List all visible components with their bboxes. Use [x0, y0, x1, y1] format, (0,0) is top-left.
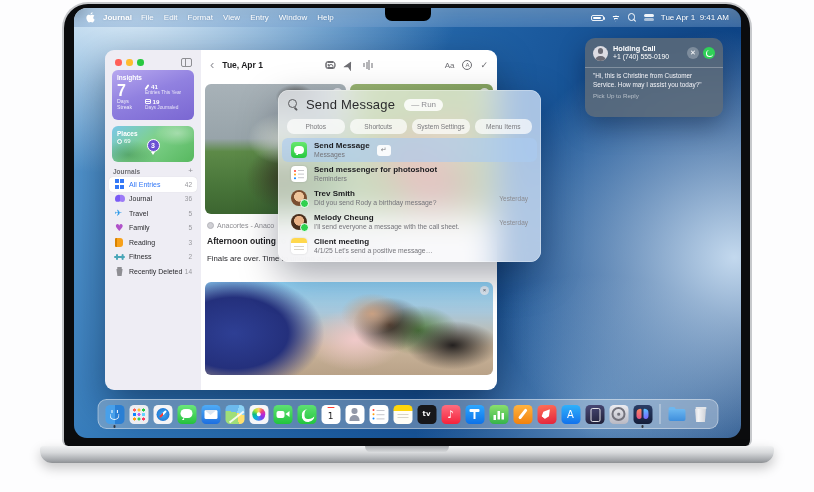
- dock-app[interactable]: [489, 405, 508, 424]
- spotlight-result[interactable]: Trev Smith Did you send Rody a birthday …: [282, 186, 537, 210]
- menu-item[interactable]: Format: [188, 13, 213, 22]
- sidebar-journal-item[interactable]: All Entries 42: [109, 177, 197, 192]
- dock-app[interactable]: [297, 405, 316, 424]
- text-format-button[interactable]: Aa: [445, 61, 455, 70]
- dock-app-glyph: tv: [417, 405, 436, 424]
- audio-record-icon[interactable]: [363, 60, 374, 71]
- dock-app[interactable]: ♪: [441, 405, 460, 424]
- call-notification[interactable]: Holding Call +1 (740) 555-0190 ✕ "Hi, th…: [585, 38, 723, 117]
- menu-list: FileEditFormatViewEntryWindowHelp: [141, 13, 334, 22]
- minimize-window-button[interactable]: [126, 59, 133, 66]
- menu-bar-clock[interactable]: Tue Apr 1 9:41 AM: [661, 13, 729, 22]
- dock-app[interactable]: 1: [321, 405, 340, 424]
- dock-app[interactable]: [393, 405, 412, 424]
- dock-app-glyph: [345, 405, 364, 424]
- dock-app[interactable]: [225, 405, 244, 424]
- camera-icon[interactable]: [325, 60, 336, 71]
- entry-photo-selfie[interactable]: ×: [205, 282, 493, 375]
- entries-label: Entries This Year: [145, 90, 189, 95]
- dock-app[interactable]: [659, 404, 660, 424]
- wifi-icon[interactable]: [611, 14, 621, 22]
- accept-call-button[interactable]: [703, 47, 715, 59]
- sidebar-journal-item[interactable]: Journal 36: [109, 192, 197, 207]
- sidebar-journal-item[interactable]: Recently Deleted 14: [109, 264, 197, 279]
- circle-a-icon[interactable]: A: [462, 60, 472, 70]
- menu-item[interactable]: Help: [317, 13, 333, 22]
- sidebar-journal-item[interactable]: Reading 3: [109, 235, 197, 250]
- dock-app[interactable]: [105, 405, 124, 424]
- dock-app[interactable]: [691, 405, 710, 424]
- result-title: Trev Smith: [314, 189, 436, 199]
- journal-item-icon: [114, 208, 125, 219]
- spotlight-result[interactable]: Send messenger for photoshoot Reminders: [282, 162, 537, 186]
- dock-app[interactable]: [513, 405, 532, 424]
- menu-item[interactable]: Entry: [250, 13, 269, 22]
- menu-item[interactable]: File: [141, 13, 154, 22]
- filter-chip[interactable]: Menu Items: [475, 119, 533, 134]
- dock-app[interactable]: [153, 405, 172, 424]
- insights-card[interactable]: Insights 7 Days Streak 41 Entries This Y…: [112, 70, 194, 120]
- dock-app-glyph: [297, 405, 316, 424]
- dock-app[interactable]: [585, 405, 604, 424]
- sidebar-toggle-icon[interactable]: [181, 58, 192, 67]
- remove-photo-button[interactable]: ×: [480, 286, 489, 295]
- streak-stat: 7 Days Streak: [117, 83, 132, 113]
- dock-app[interactable]: [537, 405, 556, 424]
- menu-item[interactable]: View: [223, 13, 240, 22]
- dock-app[interactable]: [201, 405, 220, 424]
- location-icon[interactable]: [344, 60, 355, 71]
- result-icon: [291, 190, 307, 206]
- dock-app-glyph: [513, 405, 532, 424]
- location-tag[interactable]: Anacortes - Anaco: [207, 222, 274, 229]
- dock-app[interactable]: A: [561, 405, 580, 424]
- notification-title: Holding Call: [613, 44, 669, 53]
- dock-app[interactable]: [129, 405, 148, 424]
- map-pin-badge[interactable]: 3: [147, 139, 160, 152]
- dock-app[interactable]: [177, 405, 196, 424]
- dock-app-glyph: A: [561, 405, 580, 424]
- journal-item-label: Travel: [129, 210, 148, 217]
- run-suggestion-pill[interactable]: — Run: [404, 99, 443, 111]
- search-icon[interactable]: [628, 13, 637, 22]
- zoom-window-button[interactable]: [137, 59, 144, 66]
- control-center-icon[interactable]: [644, 14, 654, 22]
- filter-chip[interactable]: Photos: [287, 119, 345, 134]
- back-button[interactable]: ‹: [210, 59, 214, 71]
- dock-app[interactable]: [667, 405, 686, 424]
- done-button[interactable]: ✓: [480, 60, 488, 70]
- close-window-button[interactable]: [115, 59, 122, 66]
- spotlight-result[interactable]: Melody Cheung I'll send everyone a messa…: [282, 210, 537, 234]
- dock-app-glyph: [489, 405, 508, 424]
- sidebar-journal-item[interactable]: Travel 5: [109, 206, 197, 221]
- dock-app[interactable]: [273, 405, 292, 424]
- journal-item-count: 42: [185, 181, 192, 188]
- decline-call-button[interactable]: ✕: [687, 47, 699, 59]
- dock-app[interactable]: tv: [417, 405, 436, 424]
- filter-chip[interactable]: Shortcuts: [350, 119, 408, 134]
- menu-item[interactable]: Edit: [164, 13, 178, 22]
- journal-sidebar: Insights 7 Days Streak 41 Entries This Y…: [105, 50, 201, 390]
- dock-app[interactable]: [633, 405, 652, 424]
- entry-title[interactable]: Afternoon outing to: [207, 236, 286, 246]
- dock-app[interactable]: [369, 405, 388, 424]
- dock-app[interactable]: [345, 405, 364, 424]
- filter-chip[interactable]: System Settings: [412, 119, 470, 134]
- search-input[interactable]: Send Message: [306, 97, 395, 112]
- location-ring-icon: [117, 139, 122, 144]
- dock-app[interactable]: [465, 405, 484, 424]
- dock-app[interactable]: [609, 405, 628, 424]
- places-card[interactable]: Places 69 3: [112, 126, 194, 162]
- battery-icon[interactable]: [591, 15, 604, 21]
- spotlight-result[interactable]: Client meeting 4/1/25 Let's send a posit…: [282, 234, 537, 258]
- sidebar-journal-item[interactable]: Family 5: [109, 221, 197, 236]
- dock: 1 tv ♪: [97, 399, 718, 429]
- apple-logo-icon[interactable]: [86, 12, 95, 23]
- dock-app-glyph: [177, 405, 196, 424]
- sidebar-journal-item[interactable]: Fitness 2: [109, 250, 197, 265]
- menu-item[interactable]: Window: [279, 13, 307, 22]
- active-app-name[interactable]: Journal: [103, 13, 132, 22]
- spotlight-result[interactable]: Send Message Messages ↵: [282, 138, 537, 162]
- dock-app-glyph: [129, 405, 148, 424]
- add-journal-button[interactable]: +: [188, 167, 193, 175]
- dock-app[interactable]: [249, 405, 268, 424]
